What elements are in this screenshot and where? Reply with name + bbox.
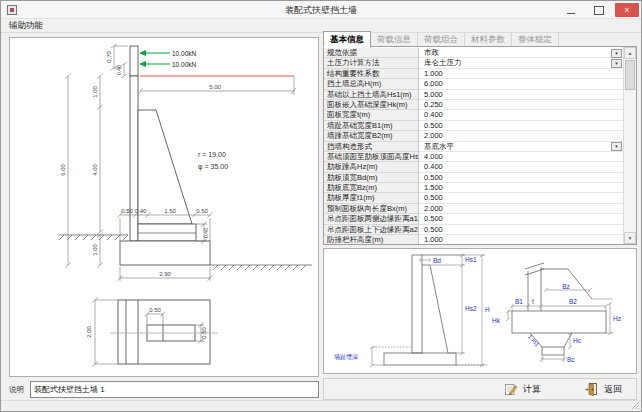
form-row: 墙趾基础宽度B1(m) 0.500 xyxy=(324,121,623,131)
form-row-value[interactable]: 4.000 xyxy=(419,152,623,162)
app-window: 装配式扶壁挡土墙 × 辅助功能 xyxy=(0,0,642,412)
return-label: 返回 xyxy=(604,383,622,396)
mini-label-hs2: Hs2 xyxy=(465,305,477,312)
mini-label-bc: Bc xyxy=(567,356,575,363)
form-row: 基础以上挡土墙高Hs1(m) 5.000 xyxy=(324,90,623,100)
form-row-value[interactable]: 0.500 xyxy=(419,214,623,224)
parameter-form: 规范依据 市政 ▼ 土压力计算方法 库仑土压力 ▼ 结构重要性系数 1.000 … xyxy=(323,46,637,245)
form-row: 面板宽度t(m) 0.400 xyxy=(324,110,623,120)
form-row-label: 肋板顶宽Bd(m) xyxy=(324,173,419,183)
tab-load-combination[interactable]: 荷载组合 xyxy=(418,32,465,47)
form-row-value[interactable]: 库仑土压力 xyxy=(419,58,623,68)
form-row-label: 土压力计算方法 xyxy=(324,58,419,68)
drawing-panel: 10.00kN 10.00kN 0.70 0.40 6.00 1.00 4. xyxy=(9,37,319,377)
status-bar xyxy=(1,400,641,411)
form-row-value[interactable]: 0.400 xyxy=(419,110,623,120)
return-door-icon xyxy=(585,382,599,396)
dim-label: 0.50 xyxy=(196,208,208,214)
minimize-button[interactable] xyxy=(559,3,583,17)
form-row-label: 面板宽度t(m) xyxy=(324,110,419,120)
form-row-label: 规范依据 xyxy=(324,48,419,58)
tab-bar: 基本信息荷载信息荷载组合材料参数整体稳定 xyxy=(323,32,637,47)
form-row-value[interactable]: 基底水平 xyxy=(419,142,623,152)
tab-basic-info[interactable]: 基本信息 xyxy=(323,31,371,48)
dim-label: 1.00 xyxy=(92,86,98,98)
menu-item-auxiliary-functions[interactable]: 辅助功能 xyxy=(1,19,51,33)
dim-label: 1.00 xyxy=(92,244,98,256)
dim-label: 0.50 xyxy=(121,208,133,214)
return-button[interactable]: 返回 xyxy=(585,382,622,396)
form-scrollbar[interactable]: ▲ ▼ xyxy=(623,47,636,244)
form-row: 肋板厚度t1(m) 0.500 xyxy=(324,193,623,203)
dropdown-arrow-icon[interactable]: ▼ xyxy=(611,142,622,151)
scroll-down-icon[interactable]: ▼ xyxy=(624,232,636,244)
form-row: 肋板踵高Hz(m) 0.400 xyxy=(324,162,623,172)
dropdown-arrow-icon[interactable]: ▼ xyxy=(611,49,622,58)
tab-overall-stability[interactable]: 整体稳定 xyxy=(512,32,559,47)
form-row: 吊点距面板上下边缘距离a2(m) 0.500 xyxy=(324,225,623,235)
form-row-label: 结构重要性系数 xyxy=(324,69,419,79)
resize-grip[interactable] xyxy=(631,401,640,410)
mini-label-hz: Hz xyxy=(613,315,621,322)
calculate-icon xyxy=(504,382,518,396)
dim-label: 1.50 xyxy=(164,208,176,214)
mini-label-b2: B2 xyxy=(569,298,577,305)
description-label: 说明 xyxy=(9,385,24,395)
dim-label: 4.00 xyxy=(92,164,98,176)
dropdown-arrow-icon[interactable]: ▼ xyxy=(611,59,622,68)
main-drawing: 10.00kN 10.00kN 0.70 0.40 6.00 1.00 4. xyxy=(10,38,318,376)
window-title: 装配式扶壁挡土墙 xyxy=(1,4,641,17)
foundation xyxy=(120,241,210,265)
form-row: 肋板底宽Bz(m) 1.500 xyxy=(324,183,623,193)
form-row-value[interactable]: 1.000 xyxy=(419,69,623,79)
form-row-value[interactable]: 市政 xyxy=(419,48,623,58)
mini-label-slope: 1:m1 xyxy=(527,334,541,348)
form-row: 基础顶面至肋板顶面高度Hs2(m) 4.000 xyxy=(324,152,623,162)
mini-label-toe-embed: 墙趾埋深 xyxy=(334,353,358,361)
tab-load-info[interactable]: 荷载信息 xyxy=(371,32,418,47)
calculate-button[interactable]: 计算 xyxy=(504,382,541,396)
scrollbar-thumb[interactable] xyxy=(625,60,635,90)
form-row-value[interactable]: 2.000 xyxy=(419,131,623,141)
mini-label-hc: Hc xyxy=(573,337,582,344)
form-row-value[interactable]: 0.500 xyxy=(419,173,623,183)
form-row-value[interactable]: 1.000 xyxy=(419,235,623,245)
form-row-value[interactable]: 0.500 xyxy=(419,225,623,235)
form-row: 预制面板纵向长度Bx(m) 2.000 xyxy=(324,204,623,214)
description-input[interactable] xyxy=(30,381,319,398)
load-label-top: 10.00kN xyxy=(172,50,197,57)
form-row-label: 基础顶面至肋板顶面高度Hs2(m) xyxy=(324,152,419,162)
form-row-value[interactable]: 0.250 xyxy=(419,100,623,110)
scroll-up-icon[interactable]: ▲ xyxy=(624,47,636,59)
parapet-post xyxy=(130,46,138,76)
form-row: 墙踵基础宽度B2(m) 2.000 xyxy=(324,131,623,141)
load-arrowhead-top xyxy=(139,50,146,56)
legend-diagram-panel: Bd Hs1 Hs2 H 墙趾埋深 xyxy=(323,248,637,374)
soil-friction-angle-label: φ = 35.00 xyxy=(198,163,228,171)
maximize-button[interactable] xyxy=(587,3,611,17)
mini-slab xyxy=(512,311,606,333)
form-row-label: 墙踵基础宽度B2(m) xyxy=(324,131,419,141)
form-row-label: 吊点距面板两侧边缘距离a1(m) xyxy=(324,214,419,224)
form-row-value[interactable]: 5.000 xyxy=(419,90,623,100)
form-row: 面板嵌入基础深度Hk(m) 0.250 xyxy=(324,100,623,110)
mini-foundation xyxy=(384,353,456,365)
action-bar: 计算 返回 xyxy=(323,378,637,400)
form-row: 挡墙构造形式 基底水平 ▼ xyxy=(324,142,623,152)
dim-label: 0.40 xyxy=(203,228,209,239)
form-row-label: 挡土墙总高H(m) xyxy=(324,79,419,89)
tab-material-params[interactable]: 材料参数 xyxy=(465,32,512,47)
form-row-value[interactable]: 0.500 xyxy=(419,121,623,131)
form-row-value[interactable]: 2.000 xyxy=(419,204,623,214)
form-row-value[interactable]: 0.400 xyxy=(419,162,623,172)
form-row: 防撞栏杆高度(m) 1.000 xyxy=(324,235,623,245)
form-row-value[interactable]: 6.000 xyxy=(419,79,623,89)
close-button[interactable]: × xyxy=(615,3,639,17)
form-row: 规范依据 市政 ▼ xyxy=(324,48,623,58)
form-row: 肋板顶宽Bd(m) 0.500 xyxy=(324,173,623,183)
form-row-value[interactable]: 1.500 xyxy=(419,183,623,193)
mini-label-b1: B1 xyxy=(515,298,523,305)
title-bar: 装配式扶壁挡土墙 × xyxy=(1,1,641,19)
form-row-value[interactable]: 0.500 xyxy=(419,193,623,203)
dim-label: 6.00 xyxy=(60,164,66,176)
